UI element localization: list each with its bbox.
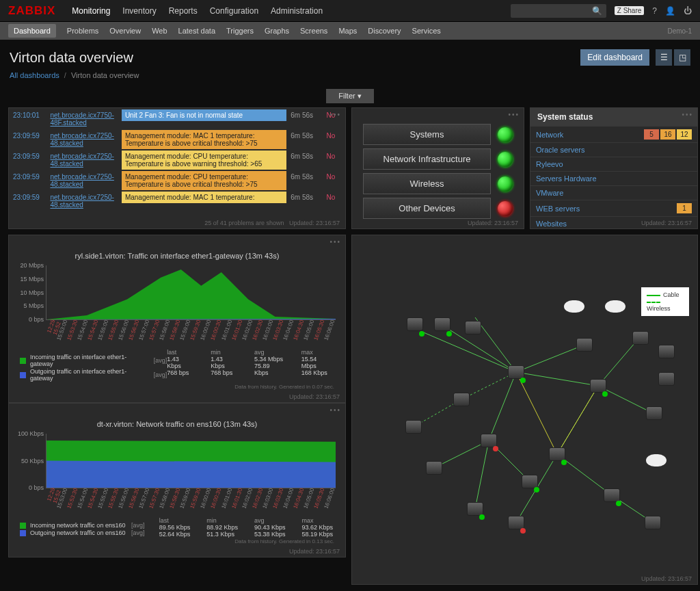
- breadcrumb-root[interactable]: All dashboards: [10, 71, 59, 79]
- panel-menu-icon[interactable]: •••: [329, 238, 341, 246]
- panel-footer: 25 of 41 problems are shown Updated: 23:…: [204, 220, 340, 226]
- cloud-icon: [605, 300, 625, 313]
- search-input[interactable]: 🔍: [511, 4, 606, 18]
- device-node[interactable]: [508, 516, 524, 529]
- power-icon[interactable]: ⏻: [684, 6, 692, 16]
- subnav-item[interactable]: Web: [152, 27, 167, 35]
- status-link[interactable]: Servers Hardware: [536, 174, 692, 183]
- page-title: Virton data overview: [10, 50, 580, 66]
- panel-footer: Updated: 23:16:57: [641, 575, 692, 582]
- status-badge[interactable]: 16: [660, 129, 675, 140]
- device-node[interactable]: [508, 365, 524, 379]
- device-node[interactable]: [646, 406, 662, 420]
- problem-row[interactable]: 23:09:59net.brocade.icx7250-48.stackedMa…: [10, 150, 344, 170]
- network-map[interactable]: Cable Wireless: [352, 235, 697, 584]
- subnav-item[interactable]: Maps: [338, 27, 357, 35]
- device-node[interactable]: [426, 461, 442, 475]
- subnav-item[interactable]: Overview: [109, 27, 141, 35]
- device-node[interactable]: [407, 317, 423, 331]
- device-node[interactable]: [658, 345, 675, 358]
- status-link[interactable]: Ryleevo: [536, 160, 692, 168]
- hostgroup-button[interactable]: Wireless: [363, 173, 491, 194]
- status-link[interactable]: Network: [536, 131, 644, 139]
- device-node[interactable]: [453, 393, 470, 406]
- edit-dashboard-button[interactable]: Edit dashboard: [580, 49, 649, 66]
- problem-row[interactable]: 23:10:01net.brocade.icx7750-48F.stackedU…: [10, 109, 344, 129]
- hostgroup-button[interactable]: Other Devices: [363, 198, 491, 219]
- device-node[interactable]: [658, 372, 675, 386]
- subnav-item[interactable]: Latest data: [178, 27, 215, 35]
- hostgroups-panel: ••• SystemsNetwork InfrastructureWireles…: [351, 107, 524, 229]
- search-icon: 🔍: [592, 6, 602, 16]
- panel-menu-icon[interactable]: •••: [329, 406, 341, 414]
- topnav-item[interactable]: Monitoring: [72, 6, 110, 16]
- device-node[interactable]: [465, 321, 481, 334]
- svg-line-11: [475, 441, 489, 509]
- status-link[interactable]: WEB servers: [536, 205, 677, 213]
- chart-panel: ••• ryl.side1.virton: Traffic on interfa…: [8, 235, 346, 403]
- svg-line-4: [516, 372, 598, 386]
- panel-menu-icon[interactable]: •••: [329, 111, 341, 118]
- network-map-panel: •••: [351, 235, 698, 585]
- chart-note: Data from history. Generated in 0.07 sec…: [13, 384, 334, 390]
- panel-title: System status: [530, 108, 697, 126]
- list-icon[interactable]: ☰: [656, 49, 672, 66]
- help-icon[interactable]: ?: [652, 6, 657, 16]
- panel-menu-icon[interactable]: •••: [682, 111, 693, 118]
- status-light-icon: [498, 176, 513, 192]
- svg-line-16: [557, 386, 598, 454]
- chart-stats: last1.43 Kbps768 bps min1.43 Kbps768 bps…: [167, 349, 333, 376]
- subnav-item[interactable]: Triggers: [226, 27, 254, 35]
- device-node[interactable]: [467, 502, 483, 516]
- status-row: Servers Hardware: [530, 171, 697, 185]
- hostgroup-row: Network Infrastructure: [363, 148, 513, 170]
- device-node[interactable]: [434, 317, 450, 331]
- status-badge[interactable]: 5: [644, 129, 659, 140]
- subnav-item[interactable]: Dashboard: [8, 24, 56, 38]
- subnav-item[interactable]: Services: [412, 27, 441, 35]
- device-node[interactable]: [590, 379, 606, 393]
- fullscreen-icon[interactable]: ◳: [674, 49, 690, 66]
- topnav-item[interactable]: Inventory: [122, 6, 156, 16]
- device-node[interactable]: [522, 475, 538, 488]
- subnav-item[interactable]: Screens: [300, 27, 327, 35]
- dashboard-grid: ••• 23:10:01net.brocade.icx7750-48F.stac…: [0, 107, 700, 591]
- svg-line-5: [489, 372, 516, 441]
- panel-footer: Updated: 23:16:57: [289, 393, 340, 400]
- subnav-item[interactable]: Problems: [67, 27, 98, 35]
- topbar: ZABBIX MonitoringInventoryReportsConfigu…: [0, 0, 700, 22]
- chart-title: ryl.side1.virton: Traffic on interface e…: [13, 252, 341, 260]
- panel-menu-icon[interactable]: •••: [508, 111, 520, 118]
- logo[interactable]: ZABBIX: [8, 4, 55, 18]
- subnav-item[interactable]: Graphs: [265, 27, 289, 35]
- device-node[interactable]: [604, 488, 620, 502]
- status-link[interactable]: Oracle servers: [536, 146, 692, 154]
- chart-xticks: 12:29 15:5215:53:0015:53:3015:54:0015:54…: [46, 488, 336, 514]
- device-node[interactable]: [645, 516, 661, 529]
- problem-row[interactable]: 23:09:59net.brocade.icx7250-48.stackedMa…: [10, 171, 344, 190]
- device-node[interactable]: [632, 331, 649, 345]
- device-node[interactable]: [549, 447, 565, 461]
- device-node[interactable]: [405, 420, 422, 434]
- subnav-item[interactable]: Discovery: [368, 27, 401, 35]
- panel-footer: Updated: 23:16:57: [641, 220, 692, 226]
- status-link[interactable]: VMware: [536, 189, 692, 197]
- title-row: Virton data overview Edit dashboard ☰ ◳: [0, 40, 700, 71]
- demo-label: Demo-1: [667, 27, 692, 35]
- device-node[interactable]: [481, 434, 497, 447]
- panel-footer: Updated: 23:16:57: [468, 220, 518, 226]
- topnav-item[interactable]: Administration: [271, 6, 323, 16]
- hostgroup-button[interactable]: Systems: [363, 124, 491, 145]
- share-button[interactable]: Z Share: [615, 6, 645, 15]
- device-node[interactable]: [576, 338, 593, 352]
- topnav-item[interactable]: Configuration: [210, 6, 258, 16]
- user-icon[interactable]: 👤: [665, 6, 675, 16]
- status-badge[interactable]: 1: [677, 203, 692, 213]
- topnav-item[interactable]: Reports: [169, 6, 198, 16]
- status-badge[interactable]: 12: [677, 129, 692, 140]
- problem-row[interactable]: 23:09:59net.brocade.icx7250-48.stackedMa…: [10, 192, 344, 211]
- hostgroup-row: Systems: [363, 124, 513, 145]
- filter-button[interactable]: Filter ▾: [326, 89, 374, 103]
- hostgroup-button[interactable]: Network Infrastructure: [363, 148, 491, 170]
- problem-row[interactable]: 23:09:59net.brocade.icx7250-48.stackedMa…: [10, 130, 344, 149]
